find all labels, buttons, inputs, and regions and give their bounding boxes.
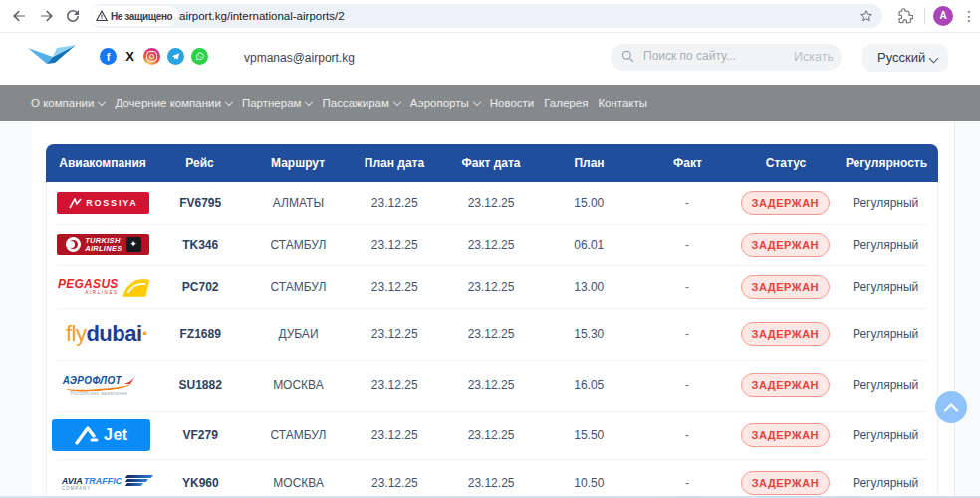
route: МОСКВА bbox=[250, 378, 348, 392]
column-header-4: План дата bbox=[347, 156, 442, 170]
route: СТАМБУЛ bbox=[250, 280, 348, 294]
search-placeholder[interactable]: Поиск по сайту... bbox=[643, 44, 736, 68]
contact-email[interactable]: vpmanas@airport.kg bbox=[244, 51, 355, 65]
flight-table: АвиакомпанияРейсМаршрутПлан датаФакт дат… bbox=[46, 144, 938, 498]
nav-item-4[interactable]: Пассажирам bbox=[322, 97, 399, 109]
browser-forward-icon[interactable] bbox=[38, 7, 56, 25]
nav-item-label: О компании bbox=[31, 97, 94, 109]
nav-item-7[interactable]: Галерея bbox=[544, 97, 588, 109]
fact-date: 23.12.25 bbox=[442, 238, 540, 252]
social-icons: f X bbox=[100, 48, 208, 65]
status-badge: ЗАДЕРЖАН bbox=[741, 423, 830, 447]
plan-date: 23.12.25 bbox=[347, 378, 442, 392]
airline-logo-rossiya: ROSSIYA bbox=[57, 192, 149, 214]
site-header: f X vpmanas@airport.kg Поиск по сайту...… bbox=[0, 33, 980, 85]
plan-date: 23.12.25 bbox=[347, 238, 442, 252]
fact-time: - bbox=[638, 378, 737, 392]
nav-item-label: Дочерние компании bbox=[115, 97, 221, 109]
status-cell: ЗАДЕРЖАН bbox=[736, 423, 834, 447]
flight-row-SU1882: АЭРОФЛОТ Российские авиалинииSU1882МОСКВ… bbox=[47, 360, 937, 411]
fact-time: - bbox=[638, 238, 737, 252]
status-cell: ЗАДЕРЖАН bbox=[737, 471, 835, 495]
flight-number: PC702 bbox=[151, 280, 250, 294]
browser-menu-icon[interactable]: ⋮ bbox=[962, 5, 976, 27]
flight-row-PC702: PEGASUSAIRLINES PC702СТАМБУЛ23.12.2523.1… bbox=[47, 265, 937, 308]
plan-date: 23.12.25 bbox=[348, 476, 443, 490]
nav-item-6[interactable]: Новости bbox=[490, 97, 535, 109]
fact-time: - bbox=[638, 196, 737, 210]
search-button[interactable]: Искать bbox=[794, 45, 834, 70]
nav-item-label: Новости bbox=[490, 97, 535, 109]
browser-refresh-icon[interactable] bbox=[64, 7, 82, 25]
address-bar[interactable]: Не защищено airport.kg/international-air… bbox=[90, 4, 882, 28]
browser-chrome: Не защищено airport.kg/international-air… bbox=[0, 0, 980, 33]
chevron-down-icon bbox=[472, 97, 480, 105]
regularity: Регулярный bbox=[834, 428, 937, 442]
fact-date: 23.12.25 bbox=[442, 196, 540, 210]
plan-date: 23.12.25 bbox=[347, 280, 442, 294]
plan-time: 16.05 bbox=[540, 378, 638, 392]
status-cell: ЗАДЕРЖАН bbox=[736, 322, 834, 346]
chevron-down-icon bbox=[98, 97, 106, 105]
flight-number: SU1882 bbox=[151, 378, 250, 392]
column-header-8: Статус bbox=[737, 156, 835, 170]
nav-item-3[interactable]: Партнерам bbox=[242, 97, 313, 109]
regularity: Регулярный bbox=[834, 476, 937, 490]
instagram-icon[interactable] bbox=[143, 48, 160, 65]
airline-logo-flydubai: flydubai· bbox=[66, 319, 149, 349]
flight-row-FV6795: ROSSIYAFV6795АЛМАТЫ23.12.2523.12.2515.00… bbox=[47, 182, 937, 224]
language-label: Русский bbox=[877, 44, 925, 72]
nav-item-5[interactable]: Аэропорты bbox=[410, 97, 480, 109]
fact-date: 23.12.25 bbox=[442, 378, 540, 392]
nav-item-label: Аэропорты bbox=[410, 97, 469, 109]
plan-time: 15.50 bbox=[540, 428, 638, 442]
telegram-icon[interactable] bbox=[167, 48, 184, 65]
status-cell: ЗАДЕРЖАН bbox=[736, 275, 834, 299]
status-badge: ЗАДЕРЖАН bbox=[741, 191, 830, 215]
fact-date: 23.12.25 bbox=[442, 280, 540, 294]
fact-time: - bbox=[638, 327, 737, 341]
page-content: АвиакомпанияРейсМаршрутПлан датаФакт дат… bbox=[0, 121, 980, 498]
flight-number: YK960 bbox=[151, 476, 250, 490]
airport-logo[interactable] bbox=[27, 44, 77, 70]
security-chip[interactable]: Не защищено bbox=[90, 6, 178, 26]
nav-item-2[interactable]: Дочерние компании bbox=[115, 97, 232, 109]
language-chevron-icon bbox=[929, 54, 939, 64]
airline-logo-pegasus: PEGASUSAIRLINES bbox=[58, 274, 149, 300]
flight-row-FZ1689: flydubai·FZ1689ДУБАИ23.12.2523.12.2515.3… bbox=[47, 308, 937, 360]
chrome-separator bbox=[924, 8, 925, 24]
airline-logo-ajet: Jet bbox=[52, 419, 150, 451]
route: МОСКВА bbox=[250, 476, 348, 490]
scroll-to-top-button[interactable] bbox=[935, 391, 967, 423]
flight-row-TK346: TURKISHAIRLINES ✦TK346СТАМБУЛ23.12.2523.… bbox=[47, 224, 937, 265]
nav-item-1[interactable]: О компании bbox=[31, 97, 105, 109]
main-nav: О компанииДочерние компанииПартнерамПасс… bbox=[0, 85, 980, 121]
fact-date: 23.12.25 bbox=[442, 428, 540, 442]
language-selector[interactable]: Русский bbox=[862, 44, 948, 72]
table-header-row: АвиакомпанияРейсМаршрутПлан датаФакт дат… bbox=[46, 144, 938, 182]
bookmark-star-icon[interactable] bbox=[859, 9, 873, 23]
route: СТАМБУЛ bbox=[250, 428, 348, 442]
fact-time: - bbox=[638, 428, 737, 442]
status-cell: ЗАДЕРЖАН bbox=[736, 374, 834, 397]
flight-number: FV6795 bbox=[151, 196, 250, 210]
extensions-icon[interactable] bbox=[897, 8, 913, 24]
profile-avatar[interactable]: A bbox=[933, 6, 953, 26]
regularity: Регулярный bbox=[834, 327, 937, 341]
warning-triangle-icon bbox=[96, 10, 108, 22]
flight-row-VF279: JetVF279СТАМБУЛ23.12.2523.12.2515.50-ЗАД… bbox=[47, 411, 937, 459]
flight-row-YK960: AVIATRAFFIC COMPANYYK960МОСКВА23.12.2523… bbox=[47, 459, 937, 498]
search-icon bbox=[621, 50, 634, 63]
nav-item-8[interactable]: Контакты bbox=[598, 97, 647, 109]
site-search[interactable]: Поиск по сайту... Искать bbox=[611, 44, 842, 71]
fact-time: - bbox=[638, 280, 737, 294]
x-twitter-icon[interactable]: X bbox=[123, 48, 136, 65]
browser-back-icon[interactable] bbox=[10, 7, 28, 25]
facebook-icon[interactable]: f bbox=[100, 48, 117, 65]
plan-date: 23.12.25 bbox=[347, 327, 442, 341]
whatsapp-icon[interactable] bbox=[191, 48, 208, 65]
nav-item-label: Контакты bbox=[598, 97, 647, 109]
regularity: Регулярный bbox=[834, 238, 937, 252]
airline-logo-turkish-airlines: TURKISHAIRLINES ✦ bbox=[57, 234, 149, 255]
url-text[interactable]: airport.kg/international-airports/2 bbox=[179, 4, 345, 28]
